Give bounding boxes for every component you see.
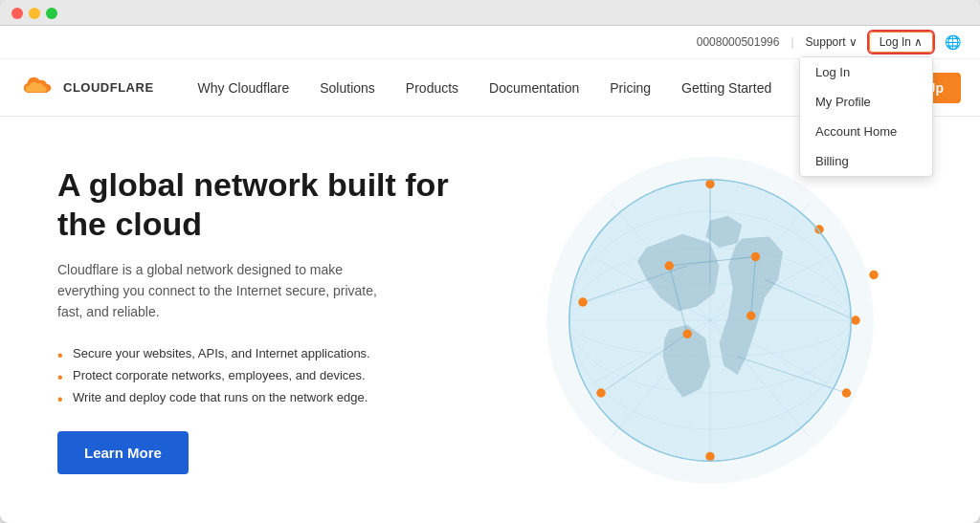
nav-why-cloudflare[interactable]: Why Cloudflare	[183, 59, 305, 117]
nav-items: Why Cloudflare Solutions Products Docume…	[183, 59, 877, 117]
svg-point-32	[814, 225, 824, 234]
learn-more-button[interactable]: Learn More	[57, 431, 189, 474]
logo-text: CLOUDFLARE	[63, 80, 154, 95]
login-dropdown-menu: Log In My Profile Account Home Billing	[799, 56, 933, 177]
feature-item-1: Secure your websites, APIs, and Internet…	[57, 342, 459, 364]
nav-products[interactable]: Products	[390, 59, 474, 117]
top-bar: 0008000501996 | Support ∨ Log In ∧ Log I…	[0, 26, 980, 59]
svg-point-24	[746, 311, 756, 320]
close-button[interactable]	[11, 8, 23, 19]
dropdown-item-billing[interactable]: Billing	[800, 146, 932, 176]
browser-chrome	[0, 0, 980, 26]
browser-content: 0008000501996 | Support ∨ Log In ∧ Log I…	[0, 26, 980, 523]
svg-point-22	[751, 251, 761, 261]
feature-item-2: Protect corporate networks, employees, a…	[57, 364, 459, 386]
maximize-button[interactable]	[46, 8, 57, 19]
feature-item-3: Write and deploy code that runs on the n…	[57, 386, 459, 408]
svg-point-26	[851, 316, 860, 325]
hero-section: A global network built for the cloud Clo…	[0, 117, 980, 523]
globe-visualization	[498, 139, 923, 502]
svg-point-31	[705, 451, 715, 461]
dropdown-item-account-home[interactable]: Account Home	[800, 117, 932, 146]
globe-svg	[528, 139, 892, 502]
separator: |	[791, 35, 793, 49]
login-button[interactable]: Log In ∧	[869, 32, 933, 53]
hero-text: A global network built for the cloud Clo…	[57, 165, 459, 474]
support-menu[interactable]: Support ∨	[806, 35, 858, 49]
svg-point-27	[842, 388, 852, 398]
feature-list: Secure your websites, APIs, and Internet…	[57, 342, 459, 408]
traffic-lights	[11, 8, 57, 19]
nav-documentation[interactable]: Documentation	[474, 59, 594, 117]
svg-point-23	[683, 329, 693, 338]
hero-title: A global network built for the cloud	[57, 165, 459, 244]
language-globe-icon[interactable]: 🌐	[945, 34, 961, 50]
hero-description: Cloudflare is a global network designed …	[57, 259, 402, 323]
login-chevron-icon: ∧	[914, 35, 923, 49]
phone-number: 0008000501996	[697, 35, 780, 49]
svg-point-29	[705, 179, 715, 188]
login-label: Log In	[880, 35, 911, 49]
support-chevron-icon: ∨	[849, 35, 858, 49]
nav-getting-started[interactable]: Getting Started	[666, 59, 787, 117]
support-label: Support	[806, 35, 846, 49]
svg-point-28	[596, 388, 606, 398]
nav-pricing[interactable]: Pricing	[594, 59, 666, 117]
svg-point-30	[869, 270, 879, 279]
login-dropdown-container: Log In ∧ Log In My Profile Account Home …	[869, 32, 933, 53]
dropdown-item-my-profile[interactable]: My Profile	[800, 87, 932, 117]
minimize-button[interactable]	[29, 8, 40, 19]
svg-point-21	[665, 261, 675, 271]
nav-solutions[interactable]: Solutions	[304, 59, 390, 117]
logo[interactable]: CLOUDFLARE	[19, 76, 154, 99]
dropdown-item-login[interactable]: Log In	[800, 57, 932, 87]
svg-point-25	[578, 297, 588, 307]
cloudflare-logo-icon	[19, 76, 57, 99]
